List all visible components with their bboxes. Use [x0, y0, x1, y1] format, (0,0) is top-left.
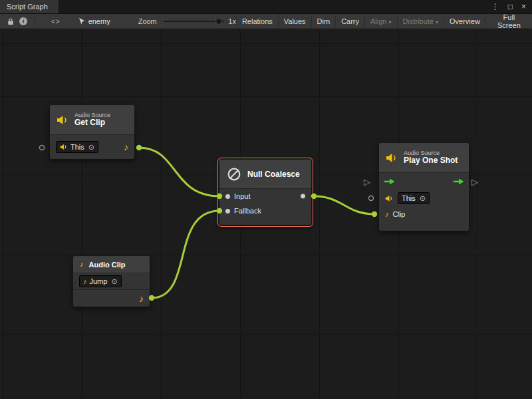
node-play-one-shot[interactable]: Audio Source Play One Shot — [379, 143, 469, 231]
zoom-slider-knob[interactable] — [215, 18, 222, 25]
relations-button[interactable]: Relations — [236, 14, 278, 29]
carry-button[interactable]: Carry — [335, 14, 364, 29]
lock-icon[interactable] — [4, 18, 17, 25]
flow-in-arrow-icon[interactable] — [384, 178, 395, 186]
graph-name: enemy — [88, 17, 110, 25]
clip-port-label: Clip — [393, 210, 406, 218]
null-coalesce-icon — [226, 166, 242, 182]
node-title: Get Clip — [74, 118, 110, 128]
target-value: This — [402, 194, 416, 202]
window-tab-bar: Script Graph ⋮ □ × — [0, 0, 532, 14]
speaker-icon — [385, 195, 394, 202]
node-get-clip[interactable]: Audio Source Get Clip This ⊙ ♪ — [50, 105, 134, 159]
chevron-down-icon: ▾ — [436, 19, 438, 25]
port-connection-dot[interactable] — [372, 211, 377, 217]
note-icon: ♪ — [83, 278, 87, 285]
target-value: This — [70, 143, 84, 151]
chevron-down-icon: ▾ — [389, 19, 392, 25]
node-header: Audio Source Play One Shot — [379, 143, 469, 173]
object-picker-icon[interactable]: ⊙ — [111, 277, 117, 286]
object-picker-icon[interactable]: ⊙ — [420, 194, 426, 203]
node-title: Play One Shot — [404, 156, 458, 166]
code-icon[interactable]: <> — [48, 18, 64, 25]
clip-output-note-icon[interactable]: ♪ — [139, 294, 144, 303]
target-row: This ⊙ — [379, 190, 469, 206]
full-screen-button[interactable]: Full Screen — [485, 14, 532, 29]
node-title: Audio Clip — [89, 261, 126, 269]
zoom-label: Zoom — [138, 17, 157, 25]
menu-icon[interactable]: ⋮ — [491, 3, 499, 11]
toolbar-divider — [34, 17, 35, 27]
dim-button[interactable]: Dim — [311, 14, 336, 29]
input-port[interactable] — [225, 194, 230, 199]
node-body: This ⊙ ♪ — [50, 135, 134, 159]
port-connection-dot[interactable] — [149, 295, 154, 301]
window-controls: ⋮ □ × — [491, 0, 532, 13]
distribute-button[interactable]: Distribute ▾ — [397, 14, 444, 29]
flow-out-arrow-icon[interactable] — [453, 178, 464, 186]
overview-button[interactable]: Overview — [444, 14, 485, 29]
values-button[interactable]: Values — [278, 14, 311, 29]
target-dropdown[interactable]: This ⊙ — [398, 192, 430, 204]
graph-canvas[interactable]: Audio Source Get Clip This ⊙ ♪ — [0, 29, 532, 399]
zoom-value: 1x — [228, 17, 236, 25]
tab-script-graph[interactable]: Script Graph — [0, 0, 59, 13]
info-icon[interactable]: i — [19, 17, 27, 25]
audio-clip-dropdown[interactable]: ♪ Jump ⊙ — [79, 275, 122, 287]
align-button[interactable]: Align ▾ — [364, 14, 396, 29]
audio-clip-value: Jump — [90, 277, 108, 285]
speaker-icon — [60, 144, 68, 150]
wire-result-to-clip[interactable] — [314, 196, 374, 214]
node-header: Null Coalesce — [219, 160, 311, 189]
clip-note-icon: ♪ — [385, 211, 389, 218]
fallback-port[interactable] — [225, 209, 230, 213]
value-row: ♪ Jump ⊙ — [73, 273, 150, 289]
graph-toolbar: i <> enemy Zoom 1x Relations Values Dim … — [0, 14, 532, 29]
node-footer — [379, 222, 469, 231]
result-output-port[interactable] — [301, 194, 305, 199]
script-graph-window: Script Graph ⋮ □ × i <> enemy Zoom — [0, 0, 532, 399]
audio-source-icon — [57, 115, 69, 125]
port-connection-dot[interactable] — [136, 145, 142, 150]
wire-getclip-to-input[interactable] — [139, 148, 219, 196]
flow-input-triangle-icon[interactable]: ▷ — [364, 178, 370, 186]
node-header: Audio Source Get Clip — [50, 105, 134, 135]
maximize-icon[interactable]: □ — [508, 3, 513, 11]
output-row: ♪ — [73, 290, 150, 307]
node-null-coalesce[interactable]: Null Coalesce Input Fallback — [219, 160, 311, 225]
graph-breadcrumb[interactable]: enemy — [78, 17, 110, 25]
unconnected-target-port[interactable] — [40, 146, 45, 150]
toolbar-buttons: Relations Values Dim Carry Align ▾ Distr… — [236, 14, 532, 29]
flow-ports-row — [379, 173, 469, 190]
flow-output-triangle-icon[interactable]: ▷ — [471, 178, 478, 186]
object-picker-icon[interactable]: ⊙ — [88, 143, 94, 152]
wire-audioclip-to-fallback[interactable] — [152, 211, 219, 298]
node-footer — [219, 218, 311, 225]
close-icon[interactable]: × — [521, 3, 526, 11]
unconnected-target-port[interactable] — [369, 196, 374, 201]
clip-port-row[interactable]: ♪ Clip — [379, 206, 469, 222]
tab-title: Script Graph — [7, 3, 48, 11]
port-connection-dot[interactable] — [311, 194, 317, 199]
node-header: ♪ Audio Clip — [73, 256, 150, 273]
fallback-port-row[interactable]: Fallback — [219, 203, 311, 218]
audio-source-icon — [386, 153, 398, 163]
target-dropdown[interactable]: This ⊙ — [56, 141, 98, 153]
cursor-icon — [78, 17, 85, 25]
clip-output-note-icon[interactable]: ♪ — [124, 142, 128, 152]
node-audio-clip[interactable]: ♪ Audio Clip ♪ Jump ⊙ ♪ — [73, 256, 150, 307]
node-title: Null Coalesce — [247, 170, 300, 179]
audio-clip-icon: ♪ — [80, 261, 84, 268]
input-port-row[interactable]: Input — [219, 189, 311, 203]
fallback-port-label: Fallback — [234, 207, 261, 215]
zoom-slider[interactable] — [164, 17, 224, 26]
input-port-label: Input — [234, 192, 250, 200]
